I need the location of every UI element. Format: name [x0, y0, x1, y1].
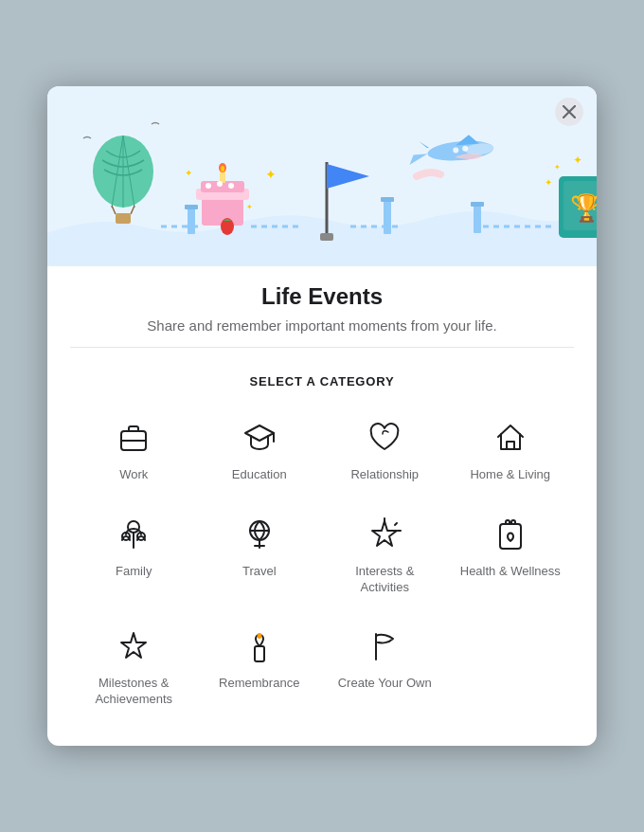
- svg-rect-46: [471, 202, 484, 207]
- close-button[interactable]: [555, 98, 583, 126]
- category-milestones-label: Milestones & Achievements: [80, 676, 188, 708]
- category-milestones-achievements[interactable]: Milestones & Achievements: [74, 616, 194, 719]
- svg-text:✦: ✦: [554, 163, 561, 172]
- category-health-wellness[interactable]: Health & Wellness: [451, 504, 571, 607]
- svg-rect-63: [500, 524, 521, 549]
- category-travel[interactable]: Travel: [200, 504, 320, 607]
- life-events-modal: ✦ ✦ ✦: [47, 86, 597, 746]
- svg-text:✦: ✦: [185, 168, 192, 178]
- category-education[interactable]: Education: [200, 407, 320, 495]
- tree-icon: [116, 517, 151, 556]
- svg-rect-42: [185, 205, 198, 209]
- empty-cell: [451, 616, 571, 719]
- category-work-label: Work: [119, 467, 148, 483]
- category-travel-label: Travel: [242, 564, 277, 580]
- category-home-living-label: Home & Living: [470, 467, 550, 483]
- svg-rect-7: [116, 213, 131, 224]
- illustration-header: ✦ ✦ ✦: [47, 86, 597, 266]
- modal-title-section: Life Events Share and remember important…: [47, 266, 597, 355]
- svg-point-15: [217, 181, 223, 187]
- briefcase-icon: [116, 421, 151, 460]
- category-relationship-label: Relationship: [350, 467, 419, 483]
- category-family-label: Family: [116, 564, 152, 580]
- category-health-wellness-label: Health & Wellness: [460, 564, 561, 580]
- svg-point-16: [228, 183, 234, 189]
- svg-marker-59: [372, 521, 397, 546]
- svg-text:✦: ✦: [265, 167, 277, 182]
- category-remembrance[interactable]: Remembrance: [200, 616, 320, 719]
- graduation-icon: [242, 421, 277, 460]
- categories-grid-row3: Milestones & Achievements Remembrance: [74, 616, 570, 719]
- svg-point-13: [221, 166, 224, 172]
- globe-icon: [242, 517, 277, 556]
- categories-grid-row2: Family Travel: [74, 504, 570, 607]
- svg-point-14: [206, 183, 211, 189]
- svg-marker-64: [121, 633, 146, 658]
- star-sparkle-icon: [367, 517, 402, 556]
- category-remembrance-label: Remembrance: [219, 676, 299, 692]
- svg-rect-51: [507, 442, 514, 449]
- svg-point-52: [128, 521, 139, 533]
- svg-marker-49: [245, 425, 274, 441]
- category-create-your-own[interactable]: Create Your Own: [325, 616, 445, 719]
- svg-rect-43: [384, 200, 391, 234]
- svg-rect-41: [188, 208, 195, 234]
- category-interests-activities[interactable]: Interests & Activities: [325, 504, 445, 607]
- category-work[interactable]: Work: [74, 407, 194, 495]
- svg-text:✦: ✦: [246, 203, 253, 211]
- svg-rect-23: [320, 233, 333, 241]
- modal-body: SELECT A CATEGORY Work: [47, 355, 597, 746]
- modal-overlay: ✦ ✦ ✦: [0, 0, 644, 832]
- modal-title: Life Events: [70, 283, 574, 310]
- candle-icon: [242, 629, 277, 668]
- svg-text:🏆: 🏆: [570, 192, 597, 224]
- svg-line-61: [395, 523, 397, 525]
- house-icon: [493, 421, 528, 460]
- svg-rect-65: [255, 646, 264, 661]
- clipboard-heart-icon: [493, 517, 528, 556]
- svg-rect-44: [381, 197, 394, 202]
- category-home-living[interactable]: Home & Living: [451, 407, 571, 495]
- section-label: SELECT A CATEGORY: [74, 374, 570, 389]
- category-interests-activities-label: Interests & Activities: [331, 564, 439, 596]
- category-relationship[interactable]: Relationship: [325, 407, 445, 495]
- star-icon: [116, 629, 151, 668]
- section-divider: [70, 347, 574, 348]
- svg-point-66: [257, 633, 261, 639]
- svg-text:✦: ✦: [545, 177, 552, 188]
- category-family[interactable]: Family: [74, 504, 194, 607]
- flag-icon: [367, 629, 402, 668]
- category-education-label: Education: [232, 467, 287, 483]
- categories-grid-row1: Work Education: [74, 407, 570, 495]
- heart-icon: [367, 421, 402, 460]
- modal-subtitle: Share and remember important moments fro…: [70, 317, 574, 334]
- category-create-your-own-label: Create Your Own: [338, 676, 432, 692]
- svg-rect-45: [474, 205, 481, 233]
- svg-text:✦: ✦: [573, 154, 582, 167]
